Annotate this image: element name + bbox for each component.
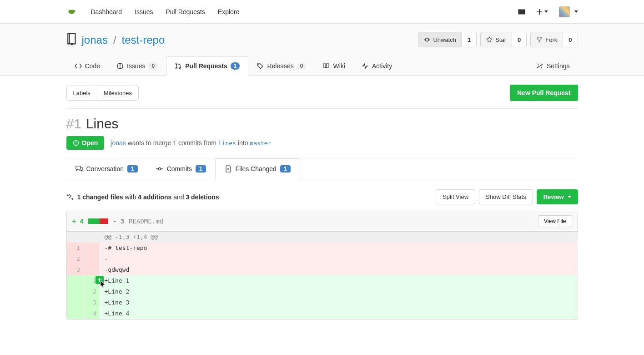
create-menu[interactable]	[536, 9, 548, 15]
pr-to-ref[interactable]: master	[250, 140, 271, 147]
diff-hunk-header: @@ -1,3 +1,4 @@	[67, 232, 578, 243]
diff-stats-row: 1 changed files with 4 additions and 3 d…	[66, 179, 578, 211]
diff-deletions: - 3	[113, 218, 124, 225]
line-num-new[interactable]	[83, 264, 100, 275]
tab-releases-label: Releases	[267, 62, 293, 70]
diff-code: -# test-repo	[100, 243, 578, 254]
view-file-button[interactable]: View File	[538, 215, 572, 227]
diff-stats-text: 1 changed files with 4 additions and 3 d…	[77, 193, 219, 201]
pr-title: #1 Lines	[66, 116, 578, 132]
alert-icon	[73, 140, 79, 146]
svg-point-6	[180, 67, 181, 69]
pr-author-link[interactable]: jonas	[111, 139, 126, 147]
review-label: Review	[543, 193, 564, 200]
tab-issues[interactable]: Issues 0	[108, 56, 166, 75]
nav-issues[interactable]: Issues	[135, 8, 153, 15]
pr-from-ref[interactable]: lines	[218, 140, 236, 147]
watch-button[interactable]: Unwatch 1	[418, 32, 477, 47]
subtab-files-label: Files Changed	[236, 165, 277, 172]
diff-line: 2+Line 2	[67, 286, 578, 297]
svg-point-11	[158, 167, 161, 170]
line-num-new[interactable]	[83, 243, 100, 254]
diff-code: +Line 1	[100, 275, 578, 286]
svg-point-8	[538, 66, 539, 67]
repo-icon	[66, 32, 78, 48]
pr-subtabs: Conversation 1 Commits 1 Files Changed 1	[66, 158, 578, 179]
tab-pulls-label: Pull Requests	[185, 62, 227, 70]
line-num-old[interactable]: 2	[67, 254, 83, 264]
watch-count: 1	[462, 32, 476, 47]
tab-releases[interactable]: Releases 0	[248, 56, 314, 75]
diff-bar	[88, 218, 108, 224]
diff-line: 1-# test-repo	[67, 243, 578, 254]
repo-name-link[interactable]: test-repo	[122, 34, 165, 46]
line-num-old[interactable]	[67, 297, 83, 308]
nav-dashboard[interactable]: Dashboard	[91, 8, 122, 15]
notifications-icon[interactable]	[518, 8, 525, 15]
diff-line: 1++Line 1	[67, 275, 578, 286]
line-num-old[interactable]: 1	[67, 243, 83, 254]
diff-line: 3+Line 3	[67, 297, 578, 308]
diff-code: +Line 2	[100, 286, 578, 297]
line-num-old[interactable]	[67, 308, 83, 319]
repo-owner-link[interactable]: jonas	[82, 34, 108, 46]
star-label: Star	[495, 36, 506, 43]
subtab-commits-count: 1	[196, 165, 206, 172]
file-diff-icon	[225, 165, 232, 172]
diff-code: +Line 3	[100, 297, 578, 308]
line-num-new[interactable]: 4	[83, 308, 100, 319]
pr-state-label: Open	[82, 139, 98, 147]
tab-pull-requests[interactable]: Pull Requests 1	[166, 56, 248, 76]
pr-description: jonas wants to merge 1 commits from line…	[111, 139, 271, 147]
nav-pull-requests[interactable]: Pull Requests	[166, 8, 205, 15]
pr-title-text: Lines	[86, 116, 119, 132]
subtab-conversation[interactable]: Conversation 1	[66, 158, 147, 179]
milestones-button[interactable]: Milestones	[97, 86, 138, 100]
repo-tabs: Code Issues 0 Pull Requests 1 Releases 0…	[66, 56, 578, 75]
tab-settings-label: Settings	[547, 62, 570, 70]
repo-title: jonas / test-repo	[66, 32, 165, 48]
tab-wiki[interactable]: Wiki	[314, 56, 353, 75]
diff-additions: + 4	[72, 218, 84, 225]
star-count: 0	[512, 32, 526, 47]
tab-code[interactable]: Code	[66, 56, 108, 75]
add-comment-button[interactable]: +	[96, 276, 104, 284]
new-pull-request-button[interactable]: New Pull Request	[510, 85, 578, 101]
labels-button[interactable]: Labels	[67, 86, 97, 100]
logo[interactable]	[66, 7, 78, 16]
split-view-button[interactable]: Split View	[436, 189, 475, 204]
nav-explore[interactable]: Explore	[218, 8, 239, 15]
diff-line: 2-	[67, 254, 578, 264]
svg-point-7	[258, 64, 259, 65]
diff-code: +Line 4	[100, 308, 578, 319]
hunk-text: @@ -1,3 +1,4 @@	[100, 232, 578, 243]
user-menu[interactable]	[559, 6, 578, 17]
line-num-old[interactable]: 3	[67, 264, 83, 275]
svg-point-9	[541, 64, 542, 65]
line-num-old[interactable]	[67, 286, 83, 297]
chevron-down-icon	[568, 196, 571, 198]
labels-milestones-group: Labels Milestones	[66, 86, 139, 101]
show-diff-stats-button[interactable]: Show Diff Stats	[479, 189, 533, 204]
watch-label: Unwatch	[433, 36, 456, 43]
svg-point-4	[176, 63, 177, 64]
diff-file-header: + 4 - 3 README.md View File	[67, 211, 578, 232]
subtab-commits[interactable]: Commits 1	[147, 158, 215, 179]
tab-activity[interactable]: Activity	[353, 56, 400, 75]
review-button[interactable]: Review	[537, 189, 578, 204]
diff-filename: README.md	[129, 218, 163, 225]
star-button[interactable]: Star 0	[480, 32, 527, 47]
diff-table: @@ -1,3 +1,4 @@ 1-# test-repo2-3-qdwqwd1…	[67, 232, 578, 319]
line-num-new[interactable]: 3	[83, 297, 100, 308]
line-num-new[interactable]	[83, 254, 100, 264]
fork-button[interactable]: Fork 0	[530, 32, 578, 47]
line-num-old[interactable]	[67, 275, 83, 286]
pr-meta: Open jonas wants to merge 1 commits from…	[66, 136, 578, 158]
subtab-files-changed[interactable]: Files Changed 1	[215, 158, 300, 179]
diff-code: -	[100, 254, 578, 264]
avatar	[559, 6, 570, 17]
line-num-new[interactable]: 2	[83, 286, 100, 297]
tab-settings[interactable]: Settings	[528, 56, 578, 75]
tab-releases-count: 0	[297, 62, 307, 70]
diff-line: 3-qdwqwd	[67, 264, 578, 275]
